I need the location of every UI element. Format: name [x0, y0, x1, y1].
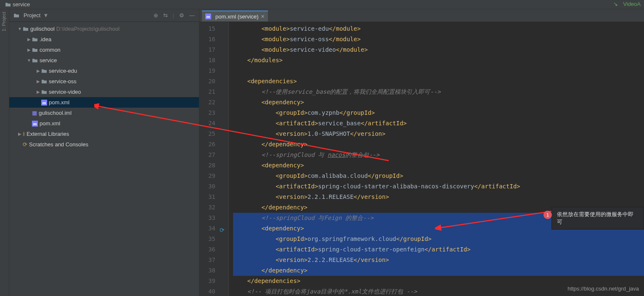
code-line[interactable]: <artifactId>spring-cloud-starter-alibaba… — [233, 181, 644, 192]
project-tool-window: Project ▼ ⊕ ⇆ | ⚙ — ▼gulischoolD:\IdeaPr… — [9, 9, 199, 296]
line-gutter[interactable]: 1516171819202122232425262728293031323334… — [199, 22, 223, 296]
tool-icon[interactable]: ↘ — [613, 1, 618, 7]
tree-row[interactable]: ▼service — [9, 55, 199, 66]
editor-area: m pom.xml (service) × 151617181920212223… — [199, 9, 644, 296]
tree-row[interactable]: ▶.idea — [9, 34, 199, 45]
maven-reload-icon[interactable]: ⟳ — [220, 225, 225, 235]
hide-icon[interactable]: — — [189, 12, 195, 18]
breadcrumb-bar: gulischool〉service〉mpom.xml ↘ VideoA — [0, 0, 644, 9]
sidebar-tool-tab[interactable]: 1: Project — [0, 9, 9, 296]
code-line[interactable]: <!--springCloud 与 nacos的整合包--> — [233, 150, 644, 160]
editor-body[interactable]: 1516171819202122232425262728293031323334… — [199, 22, 644, 296]
code-line[interactable]: <!--使用service_base的配置，将我们全局配置模块引入即可--> — [233, 87, 644, 97]
code-line[interactable]: <version>2.2.1.RELEASE</version> — [233, 192, 644, 202]
code-line[interactable]: <module>service-oss</module> — [233, 34, 644, 45]
code-line[interactable]: <dependencies> — [233, 76, 644, 87]
tree-row[interactable]: ▦gulischool.iml — [9, 108, 199, 118]
project-title: Project — [24, 12, 40, 18]
code-area[interactable]: <module>service-edu</module> <module>ser… — [229, 22, 644, 296]
annotation-box: 1 依然放在需要使用的微服务中即可 — [551, 207, 644, 230]
tree-row[interactable]: ▼gulischoolD:\IdeaProjects\gulischool — [9, 24, 199, 34]
code-line[interactable] — [233, 66, 644, 76]
annotation-text: 依然放在需要使用的微服务中即可 — [557, 211, 633, 225]
code-line[interactable]: <dependency> — [233, 97, 644, 108]
project-tool-label: 1: Project — [0, 9, 8, 34]
gear-icon[interactable]: ⚙ — [179, 12, 184, 18]
tree-row[interactable]: ▶common — [9, 45, 199, 55]
maven-icon: m — [205, 13, 211, 19]
close-icon[interactable]: × — [261, 13, 265, 20]
code-line[interactable]: <artifactId>service_base</artifactId> — [233, 118, 644, 129]
breadcrumb-item[interactable]: service — [3, 1, 39, 8]
tree-row[interactable]: ▶service-oss — [9, 76, 199, 87]
fold-gutter[interactable] — [223, 22, 229, 296]
code-line[interactable]: <module>service-video</module> — [233, 45, 644, 55]
editor-tab-pom[interactable]: m pom.xml (service) × — [202, 11, 268, 21]
code-line[interactable]: <artifactId>spring-cloud-starter-openfei… — [233, 244, 644, 255]
annotation-badge: 1 — [543, 211, 552, 219]
code-line[interactable]: <version>2.2.2.RELEASE</version> — [233, 255, 644, 265]
code-line[interactable]: <groupId>org.springframework.cloud</grou… — [233, 234, 644, 244]
locate-icon[interactable]: ⊕ — [154, 12, 158, 18]
code-line[interactable]: <dependency> — [233, 160, 644, 171]
code-line[interactable]: <version>1.0-SNAPSHOT</version> — [233, 129, 644, 139]
expand-icon[interactable]: ⇆ — [163, 12, 168, 18]
code-line[interactable]: </dependency> — [233, 139, 644, 150]
videoa-link[interactable]: VideoA — [623, 1, 641, 7]
tree-row[interactable]: ⟳Scratches and Consoles — [9, 139, 199, 150]
tree-row[interactable]: ▶service-edu — [9, 66, 199, 76]
tree-row[interactable]: ▶⦀External Libraries — [9, 129, 199, 139]
tab-label: pom.xml (service) — [215, 13, 259, 20]
code-line[interactable]: <groupId>com.yzpnb</groupId> — [233, 108, 644, 118]
project-view-selector[interactable]: Project ▼ — [13, 12, 154, 18]
tree-row[interactable]: ▶service-video — [9, 87, 199, 97]
tree-row[interactable]: mpom.xml — [9, 97, 199, 108]
code-line[interactable]: </dependencies> — [233, 276, 644, 286]
watermark: https://blog.csdn.net/grd_java — [567, 285, 639, 292]
project-tree[interactable]: ▼gulischoolD:\IdeaProjects\gulischool▶.i… — [9, 22, 199, 296]
code-line[interactable]: <module>service-edu</module> — [233, 24, 644, 34]
code-line[interactable]: </modules> — [233, 55, 644, 66]
tree-row[interactable]: mpom.xml — [9, 118, 199, 129]
code-line[interactable]: <groupId>com.alibaba.cloud</groupId> — [233, 171, 644, 181]
code-line[interactable]: </dependency> — [233, 265, 644, 276]
